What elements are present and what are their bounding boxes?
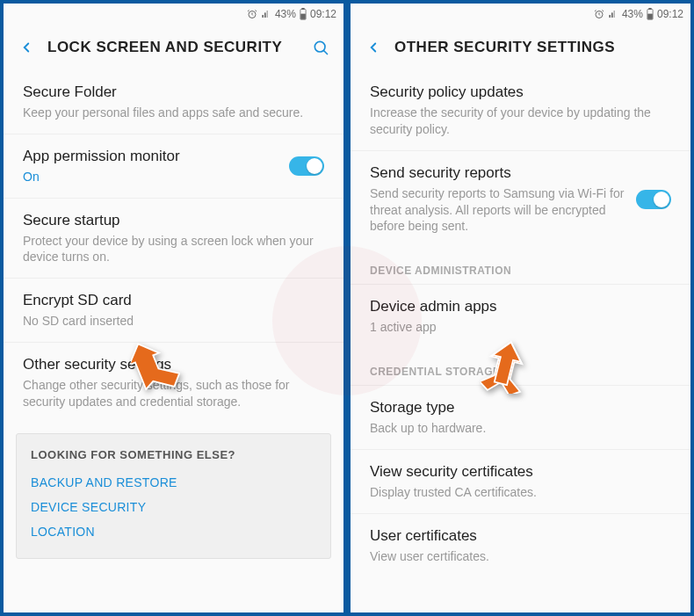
search-button[interactable]	[310, 37, 331, 58]
battery-text: 43%	[622, 8, 643, 20]
svg-rect-9	[648, 14, 653, 18]
clock-text: 09:12	[657, 8, 683, 20]
item-sub: Keep your personal files and apps safe a…	[23, 105, 324, 121]
link-device-security[interactable]: DEVICE SECURITY	[31, 495, 316, 519]
link-location[interactable]: LOCATION	[31, 519, 316, 544]
item-title: Storage type	[370, 398, 671, 418]
item-sub: Send security reports to Samsung via Wi-…	[370, 185, 625, 236]
item-title: App permission monitor	[23, 147, 278, 167]
item-view-security-certificates[interactable]: View security certificates Display trust…	[351, 450, 690, 514]
item-device-admin-apps[interactable]: Device admin apps 1 active app	[351, 285, 690, 348]
item-sub: On	[23, 169, 278, 185]
settings-list: Secure Folder Keep your personal files a…	[4, 70, 343, 612]
item-sub: 1 active app	[370, 319, 671, 336]
item-encrypt-sd[interactable]: Encrypt SD card No SD card inserted	[4, 279, 343, 343]
item-app-permission-monitor[interactable]: App permission monitor On	[4, 134, 343, 199]
page-title: OTHER SECURITY SETTINGS	[394, 39, 678, 56]
toggle-app-permission[interactable]	[289, 156, 324, 176]
svg-line-5	[324, 51, 328, 54]
svg-rect-2	[302, 8, 304, 10]
alarm-icon	[594, 9, 604, 19]
item-send-security-reports[interactable]: Send security reports Send security repo…	[351, 151, 690, 248]
back-button[interactable]	[363, 37, 384, 58]
section-device-admin: DEVICE ADMINISTRATION	[351, 247, 690, 284]
page-title: LOCK SCREEN AND SECURITY	[47, 39, 310, 56]
item-sub: Change other security settings, such as …	[23, 377, 324, 410]
item-title: Secure startup	[23, 211, 324, 231]
item-storage-type[interactable]: Storage type Back up to hardware.	[351, 386, 690, 450]
related-links-card: LOOKING FOR SOMETHING ELSE? BACKUP AND R…	[16, 433, 331, 559]
item-title: Encrypt SD card	[23, 291, 324, 311]
header: LOCK SCREEN AND SECURITY	[4, 25, 343, 70]
svg-rect-3	[301, 14, 306, 18]
status-bar: 43% 09:12	[351, 4, 690, 25]
item-title: Send security reports	[370, 163, 625, 184]
item-sub: Protect your device by using a screen lo…	[23, 233, 324, 266]
battery-icon	[300, 8, 307, 20]
item-secure-startup[interactable]: Secure startup Protect your device by us…	[4, 199, 343, 279]
signal-icon	[261, 9, 271, 19]
item-sub: Back up to hardware.	[370, 420, 671, 437]
item-title: User certificates	[370, 526, 671, 547]
item-sub: Increase the security of your device by …	[370, 105, 671, 138]
svg-rect-8	[649, 8, 651, 10]
item-title: View security certificates	[370, 462, 671, 482]
item-secure-folder[interactable]: Secure Folder Keep your personal files a…	[4, 70, 343, 134]
alarm-icon	[247, 9, 257, 19]
item-sub: View user certificates.	[370, 548, 671, 565]
card-heading: LOOKING FOR SOMETHING ELSE?	[31, 448, 316, 461]
signal-icon	[608, 9, 618, 19]
status-bar: 43% 09:12	[4, 4, 343, 25]
item-title: Security policy updates	[370, 83, 671, 103]
back-button[interactable]	[16, 37, 37, 58]
settings-list: Security policy updates Increase the sec…	[351, 70, 690, 612]
battery-text: 43%	[275, 8, 296, 20]
item-sub: No SD card inserted	[23, 313, 324, 330]
header: OTHER SECURITY SETTINGS	[351, 25, 690, 70]
screen-other-security: 43% 09:12 OTHER SECURITY SETTINGS Securi…	[347, 0, 694, 616]
item-sub: Display trusted CA certificates.	[370, 484, 671, 501]
clock-text: 09:12	[310, 8, 336, 20]
item-user-certificates[interactable]: User certificates View user certificates…	[351, 514, 690, 577]
section-credential-storage: CREDENTIAL STORAGE	[351, 348, 690, 385]
item-other-security-settings[interactable]: Other security settings Change other sec…	[4, 343, 343, 423]
battery-icon	[647, 8, 654, 20]
link-backup-restore[interactable]: BACKUP AND RESTORE	[31, 470, 316, 495]
item-title: Other security settings	[23, 355, 324, 375]
item-title: Secure Folder	[23, 83, 324, 103]
screen-lock-security: 43% 09:12 LOCK SCREEN AND SECURITY Secur…	[0, 0, 347, 616]
toggle-send-reports[interactable]	[636, 190, 671, 209]
item-title: Device admin apps	[370, 297, 671, 317]
item-security-policy-updates[interactable]: Security policy updates Increase the sec…	[351, 70, 690, 151]
